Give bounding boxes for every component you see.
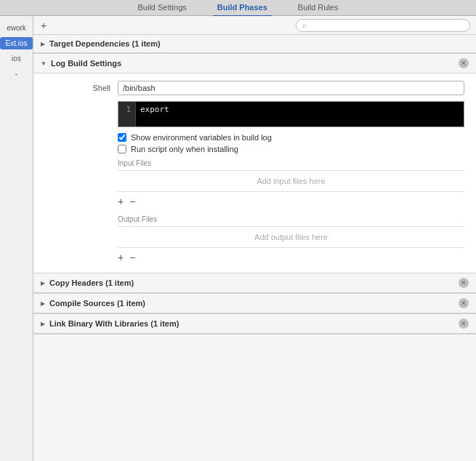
input-files-section: Input Files Add input files here	[118, 159, 464, 192]
search-icon: ⌕	[302, 21, 307, 29]
run-script-only-checkbox[interactable]	[118, 145, 126, 153]
run-script-only-row: Run script only when installing	[118, 145, 464, 153]
output-files-controls: + −	[118, 249, 464, 265]
log-build-content: Shell 1 export Show environment variable…	[33, 73, 476, 273]
section-header-log-build[interactable]: ▼ Log Build Settings ✕	[33, 54, 476, 73]
collapse-triangle-compile: ▶	[41, 300, 45, 307]
output-files-placeholder: Add output files here	[118, 226, 464, 248]
tab-build-settings[interactable]: Build Settings	[134, 1, 191, 16]
section-title-target-dependencies: Target Dependencies (1 item)	[49, 39, 469, 48]
input-files-controls: + −	[118, 193, 464, 209]
add-phase-button[interactable]: +	[39, 20, 48, 31]
collapse-triangle-link: ▶	[41, 321, 45, 327]
collapse-triangle-log: ▼	[41, 60, 47, 67]
sidebar-item-framework[interactable]: ework	[0, 22, 33, 34]
search-box: ⌕	[296, 19, 470, 32]
shell-label: Shell	[45, 84, 110, 92]
section-copy-headers: ▶ Copy Headers (1 item) ✕	[33, 273, 476, 294]
close-button-link-binary[interactable]: ✕	[459, 318, 469, 329]
code-content[interactable]: export	[136, 102, 464, 127]
close-button-log-build[interactable]: ✕	[459, 58, 469, 68]
output-files-label: Output Files	[118, 215, 464, 223]
run-script-only-label: Run script only when installing	[131, 145, 238, 153]
sidebar: ework Ext.ios ios -	[0, 16, 33, 461]
shell-input[interactable]	[118, 81, 464, 95]
input-files-placeholder: Add input files here	[118, 170, 464, 192]
input-files-label: Input Files	[118, 159, 464, 167]
code-editor[interactable]: 1 export	[118, 101, 464, 127]
section-compile-sources: ▶ Compile Sources (1 item) ✕	[33, 294, 476, 314]
line-numbers: 1	[118, 102, 136, 127]
tab-build-rules[interactable]: Build Rules	[294, 1, 343, 16]
show-env-vars-label: Show environment variables in build log	[131, 133, 272, 142]
search-input[interactable]	[310, 21, 464, 30]
close-button-compile-sources[interactable]: ✕	[459, 298, 469, 308]
remove-input-file-button[interactable]: −	[129, 196, 135, 207]
main-area: ework Ext.ios ios - + ⌕ ▶ Target Depende…	[0, 16, 476, 461]
line-number-1: 1	[123, 105, 131, 114]
sidebar-item-ios[interactable]: ios	[0, 52, 33, 65]
toolbar-row: + ⌕	[33, 16, 476, 35]
section-log-build-settings: ▼ Log Build Settings ✕ Shell 1 export	[33, 54, 476, 273]
section-header-compile-sources[interactable]: ▶ Compile Sources (1 item) ✕	[33, 294, 476, 313]
close-button-copy-headers[interactable]: ✕	[459, 278, 469, 288]
output-files-section: Output Files Add output files here	[118, 215, 464, 248]
sidebar-item-dash[interactable]: -	[0, 68, 33, 80]
section-link-binary: ▶ Link Binary With Libraries (1 item) ✕	[33, 314, 476, 334]
tab-build-phases[interactable]: Build Phases	[213, 1, 272, 16]
section-header-copy-headers[interactable]: ▶ Copy Headers (1 item) ✕	[33, 273, 476, 293]
content-area: + ⌕ ▶ Target Dependencies (1 item) ▼ Log…	[33, 16, 476, 461]
section-header-link-binary[interactable]: ▶ Link Binary With Libraries (1 item) ✕	[33, 314, 476, 334]
sidebar-item-ext-ios[interactable]: Ext.ios	[0, 37, 33, 49]
add-output-file-button[interactable]: +	[118, 252, 124, 262]
collapse-triangle-copy: ▶	[41, 280, 45, 286]
section-target-dependencies: ▶ Target Dependencies (1 item)	[33, 35, 476, 54]
section-title-copy-headers: Copy Headers (1 item)	[49, 278, 459, 287]
shell-row: Shell	[45, 81, 464, 95]
collapse-triangle-target: ▶	[41, 41, 45, 47]
remove-output-file-button[interactable]: −	[129, 252, 135, 262]
add-input-file-button[interactable]: +	[118, 196, 124, 207]
show-env-vars-row: Show environment variables in build log	[118, 133, 464, 142]
section-title-link-binary: Link Binary With Libraries (1 item)	[49, 319, 459, 328]
code-line-1: export	[140, 105, 459, 114]
section-title-compile-sources: Compile Sources (1 item)	[49, 299, 459, 308]
tab-bar: Build Settings Build Phases Build Rules	[0, 0, 476, 16]
section-title-log-build: Log Build Settings	[51, 59, 459, 68]
section-header-target-dependencies[interactable]: ▶ Target Dependencies (1 item)	[33, 35, 476, 53]
show-env-vars-checkbox[interactable]	[118, 133, 126, 142]
